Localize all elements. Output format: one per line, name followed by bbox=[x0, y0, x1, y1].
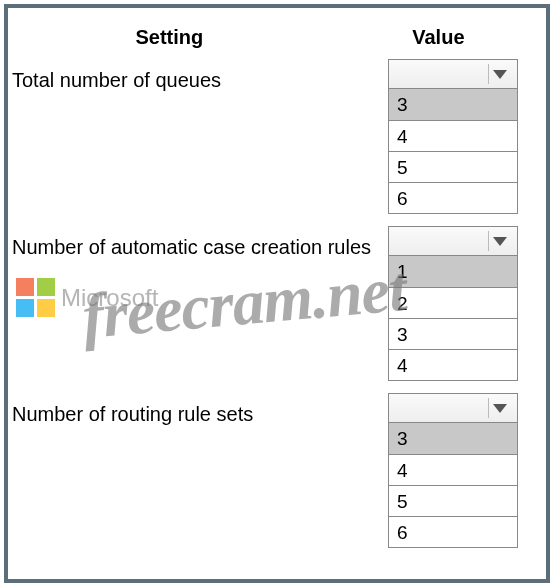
dropdown-option[interactable]: 5 bbox=[389, 485, 517, 516]
dropdown-option[interactable]: 3 bbox=[389, 423, 517, 454]
value-cell: 1 2 3 4 bbox=[388, 226, 518, 381]
chevron-down-icon bbox=[493, 237, 507, 246]
setting-label: Total number of queues bbox=[8, 59, 388, 92]
outer-frame: Setting Value Total number of queues 3 4… bbox=[4, 4, 550, 583]
dropdown-list: 3 4 5 6 bbox=[388, 423, 518, 548]
dropdown-option[interactable]: 4 bbox=[389, 454, 517, 485]
dropdown-option[interactable]: 6 bbox=[389, 516, 517, 547]
setting-row: Number of automatic case creation rules … bbox=[8, 226, 546, 381]
dropdown-list: 1 2 3 4 bbox=[388, 256, 518, 381]
header-row: Setting Value bbox=[8, 8, 546, 59]
dropdown-option[interactable]: 1 bbox=[389, 256, 517, 287]
dropdown-toggle[interactable] bbox=[388, 226, 518, 256]
setting-row: Number of routing rule sets 3 4 5 6 bbox=[8, 393, 546, 548]
dropdown-list: 3 4 5 6 bbox=[388, 89, 518, 214]
dropdown-option[interactable]: 6 bbox=[389, 182, 517, 213]
dropdown-option[interactable]: 3 bbox=[389, 89, 517, 120]
header-value: Value bbox=[331, 26, 546, 49]
dropdown-toggle[interactable] bbox=[388, 393, 518, 423]
dropdown-toggle[interactable] bbox=[388, 59, 518, 89]
value-cell: 3 4 5 6 bbox=[388, 59, 518, 214]
dropdown-option[interactable]: 5 bbox=[389, 151, 517, 182]
dropdown-option[interactable]: 4 bbox=[389, 120, 517, 151]
dropdown-option[interactable]: 4 bbox=[389, 349, 517, 380]
value-cell: 3 4 5 6 bbox=[388, 393, 518, 548]
setting-label: Number of automatic case creation rules bbox=[8, 226, 388, 259]
setting-row: Total number of queues 3 4 5 6 bbox=[8, 59, 546, 214]
chevron-down-icon bbox=[493, 70, 507, 79]
setting-label: Number of routing rule sets bbox=[8, 393, 388, 426]
header-setting: Setting bbox=[8, 26, 331, 49]
dropdown-option[interactable]: 3 bbox=[389, 318, 517, 349]
chevron-down-icon bbox=[493, 404, 507, 413]
dropdown-option[interactable]: 2 bbox=[389, 287, 517, 318]
